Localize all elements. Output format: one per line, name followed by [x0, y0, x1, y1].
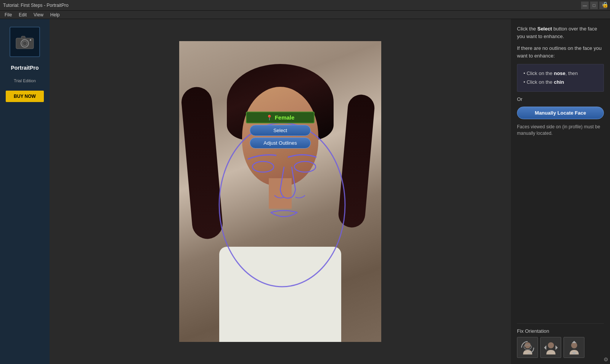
face-outline-svg [179, 41, 381, 342]
titlebar-title: Tutorial: First Steps - PortraitPro [3, 3, 69, 8]
svg-point-5 [252, 161, 274, 172]
main-layout: PortraitPro Trial Edition BUY NOW [0, 19, 610, 364]
chin-bold: chin [554, 79, 564, 85]
profile-note: Faces viewed side on (in profile) must b… [517, 124, 604, 137]
orientation-thumb-1[interactable] [517, 337, 538, 358]
manually-locate-face-button[interactable]: Manually Locate Face [517, 107, 604, 119]
camera-icon-box [10, 27, 40, 57]
nose-bold: nose [554, 70, 565, 76]
center-canvas: 📍 Female Select Adjust Outlines [50, 19, 511, 364]
portrait-photo: 📍 Female Select Adjust Outlines [179, 41, 381, 342]
fix-orientation-title: Fix Orientation [517, 328, 604, 334]
svg-point-10 [571, 342, 577, 348]
nose-chin-box: • Click on the nose, then • Click on the… [517, 64, 604, 92]
face-popup: 📍 Female Select Adjust Outlines [246, 112, 315, 148]
buy-now-button[interactable]: BUY NOW [6, 91, 44, 102]
face-label-text: Female [275, 114, 295, 121]
pin-icon: 📍 [266, 115, 273, 121]
right-panel: 🔒 Click the Select button over the face … [511, 19, 610, 364]
or-text: Or [517, 96, 604, 102]
camera-icon [15, 34, 34, 49]
adjust-outlines-button[interactable]: Adjust Outlines [250, 137, 311, 148]
app-edition: Trial Edition [14, 78, 36, 83]
face-label: 📍 Female [246, 112, 315, 123]
photo-container: 📍 Female Select Adjust Outlines [179, 41, 381, 342]
svg-point-4 [30, 39, 31, 41]
orientation-thumb-3[interactable] [563, 337, 584, 358]
orientation-thumbnails [517, 337, 604, 358]
minimize-button[interactable]: — [581, 2, 589, 9]
menu-help[interactable]: Help [47, 11, 63, 18]
spacer [517, 141, 604, 319]
menubar: File Edit View Help [0, 11, 610, 19]
menu-file[interactable]: File [2, 11, 15, 18]
fix-orientation-section: Fix Orientation [517, 323, 604, 358]
app-name: PortraitPro [11, 65, 39, 71]
orientation-thumb-2[interactable] [540, 337, 561, 358]
chin-instruction: • Click on the chin [523, 78, 597, 86]
svg-point-9 [548, 342, 554, 348]
settings-icon: ⚙ [604, 356, 608, 362]
svg-point-6 [294, 161, 316, 172]
instruction-text2: If there are no outlines on the face you… [517, 45, 604, 59]
maximize-button[interactable]: □ [590, 2, 598, 9]
instruction-select-bold: Select [537, 26, 552, 32]
menu-edit[interactable]: Edit [16, 11, 30, 18]
select-button[interactable]: Select [250, 125, 311, 136]
menu-view[interactable]: View [30, 11, 47, 18]
instruction-text: Click the Select button over the face yo… [517, 25, 604, 40]
titlebar: Tutorial: First Steps - PortraitPro — □ … [0, 0, 610, 11]
nose-instruction: • Click on the nose, then [523, 69, 597, 78]
left-sidebar: PortraitPro Trial Edition BUY NOW [0, 19, 50, 364]
svg-rect-3 [21, 36, 25, 39]
